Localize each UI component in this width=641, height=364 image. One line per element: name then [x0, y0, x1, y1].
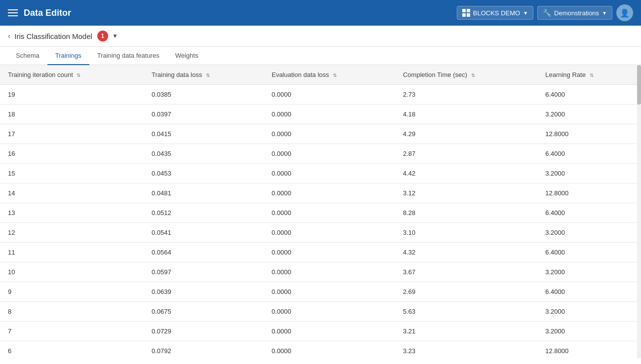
cell-iteration: 14 — [0, 183, 144, 203]
demonstrations-icon: 🔧 — [543, 9, 551, 17]
cell-iteration: 7 — [0, 322, 144, 341]
cell-eval-loss: 0.0000 — [264, 203, 395, 223]
breadcrumb-badge: 1 — [97, 31, 108, 41]
tab-weights[interactable]: Weights — [167, 47, 206, 65]
cell-eval-loss: 0.0000 — [264, 322, 395, 341]
user-avatar[interactable]: 👤 — [616, 4, 633, 21]
cell-training-loss: 0.0512 — [144, 203, 264, 223]
col-label-iteration: Training iteration count — [8, 71, 73, 78]
cell-learning-rate: 6.4000 — [537, 85, 641, 105]
cell-learning-rate: 6.4000 — [537, 144, 641, 164]
table-row: 15 0.0453 0.0000 4.42 3.2000 — [0, 164, 641, 183]
tab-training-data-features[interactable]: Training data features — [89, 47, 167, 65]
col-header-eval-loss[interactable]: Evaluation data loss ⇅ — [264, 65, 395, 85]
cell-training-loss: 0.0639 — [144, 282, 264, 302]
hamburger-menu-icon[interactable] — [8, 9, 18, 16]
back-button[interactable]: ‹ — [8, 32, 10, 40]
table-row: 19 0.0385 0.0000 2.73 6.4000 — [0, 85, 641, 105]
sort-icon-learning-rate: ⇅ — [590, 73, 594, 78]
table-header-row: Training iteration count ⇅ Training data… — [0, 65, 641, 85]
cell-training-loss: 0.0435 — [144, 144, 264, 164]
sort-icon-eval-loss: ⇅ — [333, 73, 337, 78]
demonstrations-chevron: ▼ — [602, 10, 607, 16]
cell-completion-time: 8.28 — [395, 203, 537, 223]
table-row: 7 0.0729 0.0000 3.21 3.2000 — [0, 322, 641, 341]
blocks-demo-chevron: ▼ — [523, 10, 528, 16]
table-row: 10 0.0597 0.0000 3.67 3.2000 — [0, 262, 641, 282]
sort-icon-training-loss: ⇅ — [206, 73, 210, 78]
cell-training-loss: 0.0792 — [144, 341, 264, 359]
cell-iteration: 12 — [0, 223, 144, 243]
cell-eval-loss: 0.0000 — [264, 105, 395, 124]
cell-learning-rate: 3.2000 — [537, 322, 641, 341]
cell-learning-rate: 3.2000 — [537, 105, 641, 124]
cell-completion-time: 4.18 — [395, 105, 537, 124]
cell-completion-time: 4.32 — [395, 243, 537, 262]
header-right: BLOCKS DEMO ▼ 🔧 Demonstrations ▼ 👤 — [457, 4, 633, 21]
cell-iteration: 11 — [0, 243, 144, 262]
demonstrations-button[interactable]: 🔧 Demonstrations ▼ — [537, 6, 612, 20]
col-label-eval-loss: Evaluation data loss — [272, 71, 329, 78]
breadcrumb-title: Iris Classification Model 1 ▼ — [14, 31, 118, 41]
cell-eval-loss: 0.0000 — [264, 282, 395, 302]
cell-completion-time: 4.42 — [395, 164, 537, 183]
col-header-learning-rate[interactable]: Learning Rate ⇅ — [537, 65, 641, 85]
cell-eval-loss: 0.0000 — [264, 85, 395, 105]
app-title: Data Editor — [24, 8, 71, 18]
cell-iteration: 15 — [0, 164, 144, 183]
cell-iteration: 6 — [0, 341, 144, 359]
cell-training-loss: 0.0397 — [144, 105, 264, 124]
scrollbar-track — [637, 65, 641, 358]
cell-training-loss: 0.0453 — [144, 164, 264, 183]
cell-completion-time: 3.67 — [395, 262, 537, 282]
table-row: 12 0.0541 0.0000 3.10 3.2000 — [0, 223, 641, 243]
cell-eval-loss: 0.0000 — [264, 243, 395, 262]
breadcrumb-bar: ‹ Iris Classification Model 1 ▼ — [0, 26, 641, 47]
breadcrumb-dropdown-arrow[interactable]: ▼ — [112, 33, 118, 39]
col-label-training-loss: Training data loss — [152, 71, 202, 78]
scrollbar-thumb[interactable] — [637, 65, 641, 105]
cell-iteration: 13 — [0, 203, 144, 223]
app-header: Data Editor BLOCKS DEMO ▼ 🔧 Demonstratio… — [0, 0, 641, 26]
cell-learning-rate: 12.8000 — [537, 183, 641, 203]
cell-learning-rate: 3.2000 — [537, 164, 641, 183]
demonstrations-label: Demonstrations — [554, 9, 599, 17]
col-header-iteration[interactable]: Training iteration count ⇅ — [0, 65, 144, 85]
trainings-table: Training iteration count ⇅ Training data… — [0, 65, 641, 358]
col-label-learning-rate: Learning Rate — [545, 71, 586, 78]
tab-schema[interactable]: Schema — [8, 47, 47, 65]
blocks-demo-button[interactable]: BLOCKS DEMO ▼ — [457, 6, 533, 20]
table-row: 16 0.0435 0.0000 2.87 6.4000 — [0, 144, 641, 164]
cell-learning-rate: 6.4000 — [537, 203, 641, 223]
table-row: 17 0.0415 0.0000 4.29 12.8000 — [0, 124, 641, 144]
col-header-training-loss[interactable]: Training data loss ⇅ — [144, 65, 264, 85]
cell-eval-loss: 0.0000 — [264, 223, 395, 243]
table-row: 9 0.0639 0.0000 2.69 6.4000 — [0, 282, 641, 302]
cell-learning-rate: 3.2000 — [537, 262, 641, 282]
cell-learning-rate: 12.8000 — [537, 341, 641, 359]
cell-iteration: 10 — [0, 262, 144, 282]
cell-eval-loss: 0.0000 — [264, 124, 395, 144]
cell-learning-rate: 6.4000 — [537, 243, 641, 262]
avatar-icon: 👤 — [620, 8, 630, 18]
cell-training-loss: 0.0541 — [144, 223, 264, 243]
breadcrumb-text: Iris Classification Model — [14, 32, 92, 40]
col-header-completion-time[interactable]: Completion Time (sec) ⇅ — [395, 65, 537, 85]
tab-trainings[interactable]: Trainings — [47, 47, 89, 65]
table-wrapper: Training iteration count ⇅ Training data… — [0, 65, 641, 358]
cell-iteration: 16 — [0, 144, 144, 164]
cell-completion-time: 5.63 — [395, 302, 537, 322]
sort-icon-iteration: ⇅ — [77, 73, 80, 78]
cell-eval-loss: 0.0000 — [264, 302, 395, 322]
cell-completion-time: 3.23 — [395, 341, 537, 359]
cell-eval-loss: 0.0000 — [264, 341, 395, 359]
cell-training-loss: 0.0597 — [144, 262, 264, 282]
cell-eval-loss: 0.0000 — [264, 164, 395, 183]
table-row: 13 0.0512 0.0000 8.28 6.4000 — [0, 203, 641, 223]
cell-completion-time: 4.29 — [395, 124, 537, 144]
cell-iteration: 9 — [0, 282, 144, 302]
cell-learning-rate: 3.2000 — [537, 302, 641, 322]
table-row: 6 0.0792 0.0000 3.23 12.8000 — [0, 341, 641, 359]
cell-completion-time: 3.21 — [395, 322, 537, 341]
cell-training-loss: 0.0675 — [144, 302, 264, 322]
